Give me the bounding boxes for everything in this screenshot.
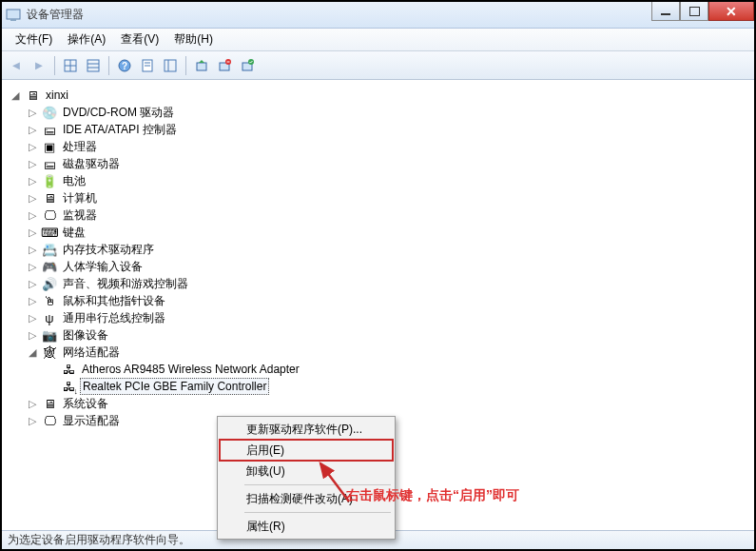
expand-icon[interactable]: ▷ — [27, 141, 38, 153]
category-icon: 🎮 — [42, 259, 57, 274]
expand-icon[interactable]: ▷ — [27, 398, 38, 410]
category-item[interactable]: ▷💿DVD/CD-ROM 驱动器 — [4, 104, 752, 121]
view-grid-button[interactable] — [60, 55, 81, 76]
enable-button[interactable] — [237, 55, 258, 76]
expand-icon[interactable]: ▷ — [27, 244, 38, 256]
expand-icon[interactable]: ▷ — [27, 226, 38, 239]
expand-icon[interactable]: ▷ — [27, 312, 38, 325]
toolbar-separator — [108, 56, 109, 75]
category-item[interactable]: ▷🖱鼠标和其他指针设备 — [4, 292, 752, 309]
category-label: 监视器 — [61, 207, 99, 225]
expand-icon[interactable]: ▷ — [27, 192, 38, 205]
category-item[interactable]: ▷ψ通用串行总线控制器 — [4, 309, 752, 326]
expand-icon[interactable]: ▷ — [27, 107, 38, 119]
expand-icon[interactable]: ▷ — [27, 261, 38, 273]
tree-root[interactable]: ◢ 🖥 xinxi — [4, 87, 752, 104]
category-item[interactable]: ▷🎮人体学输入设备 — [4, 258, 752, 275]
category-item[interactable]: ▷🖵监视器 — [4, 207, 752, 224]
tree-button[interactable] — [160, 55, 181, 76]
context-menu-separator — [244, 512, 391, 513]
forward-button: ► — [29, 55, 49, 76]
titlebar[interactable]: 设备管理器 ✕ — [2, 2, 754, 29]
category-item[interactable]: ▷⌨键盘 — [4, 224, 752, 241]
category-label: 电池 — [61, 172, 87, 190]
menu-view[interactable]: 查看(V) — [113, 29, 166, 50]
back-button: ◄ — [6, 55, 27, 76]
category-item[interactable]: ▷🖴IDE ATA/ATAPI 控制器 — [4, 121, 752, 138]
expand-icon[interactable]: ▷ — [27, 175, 38, 187]
category-icon: 🖴 — [42, 122, 57, 137]
category-icon: 🔋 — [42, 173, 57, 188]
menu-action[interactable]: 操作(A) — [60, 29, 113, 50]
toolbar: ◄ ► ? — [2, 51, 754, 80]
svg-rect-13 — [165, 60, 176, 71]
category-item[interactable]: ▷🖥计算机 — [4, 189, 752, 207]
category-item[interactable]: ▷🖴磁盘驱动器 — [4, 155, 752, 172]
context-menu-item[interactable]: 启用(E) — [220, 440, 393, 461]
svg-rect-15 — [197, 63, 206, 70]
category-label: 通用串行总线控制器 — [61, 309, 167, 327]
category-item[interactable]: ▷🖥系统设备 — [4, 395, 752, 412]
category-icon: ψ — [42, 310, 57, 325]
close-button[interactable]: ✕ — [708, 2, 754, 21]
toolbar-separator — [185, 56, 186, 75]
svg-text:?: ? — [122, 61, 127, 71]
category-icon: ⌨ — [42, 225, 57, 240]
menu-help[interactable]: 帮助(H) — [166, 29, 221, 50]
device-label: Realtek PCIe GBE Family Controller — [80, 378, 269, 395]
category-label: 图像设备 — [61, 326, 110, 344]
device-item[interactable]: 🖧 Atheros AR9485 Wireless Network Adapte… — [4, 361, 752, 378]
properties-button[interactable] — [137, 55, 158, 76]
help-button[interactable]: ? — [114, 55, 135, 76]
category-icon: 🖵 — [42, 413, 57, 428]
category-label: 计算机 — [61, 189, 99, 207]
root-label: xinxi — [44, 88, 70, 103]
collapse-icon[interactable]: ◢ — [10, 89, 21, 102]
category-item[interactable]: ▷📷图像设备 — [4, 326, 752, 344]
context-menu-separator — [244, 484, 391, 485]
minimize-button[interactable] — [651, 2, 680, 21]
category-item[interactable]: ▷▣处理器 — [4, 138, 752, 155]
expand-icon[interactable]: ▷ — [27, 295, 38, 307]
status-text: 为选定设备启用驱动程序软件向导。 — [8, 532, 190, 548]
context-menu-item[interactable]: 更新驱动程序软件(P)... — [220, 419, 393, 440]
net-adapter-icon: 🖧 — [61, 379, 76, 394]
category-label: 键盘 — [61, 224, 87, 242]
category-icon: 🖴 — [42, 156, 57, 171]
category-label: 磁盘驱动器 — [61, 155, 122, 173]
app-icon — [6, 8, 21, 23]
category-item[interactable]: ▷🔊声音、视频和游戏控制器 — [4, 275, 752, 292]
update-driver-button[interactable] — [191, 55, 212, 76]
uninstall-button[interactable] — [214, 55, 235, 76]
svg-rect-1 — [10, 19, 16, 21]
category-icon: 📷 — [42, 327, 57, 343]
window-title: 设备管理器 — [27, 7, 84, 23]
device-manager-window: 设备管理器 ✕ 文件(F) 操作(A) 查看(V) 帮助(H) ◄ ► ? ◢ … — [0, 0, 756, 551]
category-icon: ▣ — [42, 139, 57, 154]
context-menu-item[interactable]: 属性(R) — [220, 516, 393, 537]
category-icon: 🖥 — [42, 190, 57, 206]
context-menu-item[interactable]: 卸载(U) — [220, 461, 393, 482]
device-item-selected[interactable]: 🖧 Realtek PCIe GBE Family Controller — [4, 378, 752, 395]
category-label: IDE ATA/ATAPI 控制器 — [61, 121, 179, 139]
expand-icon[interactable]: ▷ — [27, 209, 38, 222]
collapse-icon[interactable]: ◢ — [27, 346, 38, 359]
expand-icon[interactable]: ▷ — [27, 415, 38, 427]
expand-icon[interactable]: ▷ — [27, 124, 38, 136]
net-adapter-icon: 🖧 — [61, 362, 76, 377]
view-list-button[interactable] — [83, 55, 104, 76]
menubar: 文件(F) 操作(A) 查看(V) 帮助(H) — [2, 29, 754, 51]
maximize-button[interactable] — [680, 2, 708, 21]
expand-icon[interactable]: ▷ — [27, 329, 38, 342]
menu-file[interactable]: 文件(F) — [8, 29, 60, 50]
category-icon: 📇 — [42, 242, 57, 257]
svg-rect-5 — [87, 60, 99, 71]
computer-icon: 🖥 — [25, 88, 40, 103]
context-menu: 更新驱动程序软件(P)...启用(E)卸载(U)扫描检测硬件改动(A)属性(R) — [217, 416, 396, 540]
expand-icon[interactable]: ▷ — [27, 278, 38, 290]
category-item[interactable]: ▷📇内存技术驱动程序 — [4, 241, 752, 258]
category-icon: 🔊 — [42, 276, 57, 291]
category-network[interactable]: ◢ 🕸 网络适配器 — [4, 344, 752, 361]
category-item[interactable]: ▷🔋电池 — [4, 172, 752, 189]
expand-icon[interactable]: ▷ — [27, 158, 38, 170]
